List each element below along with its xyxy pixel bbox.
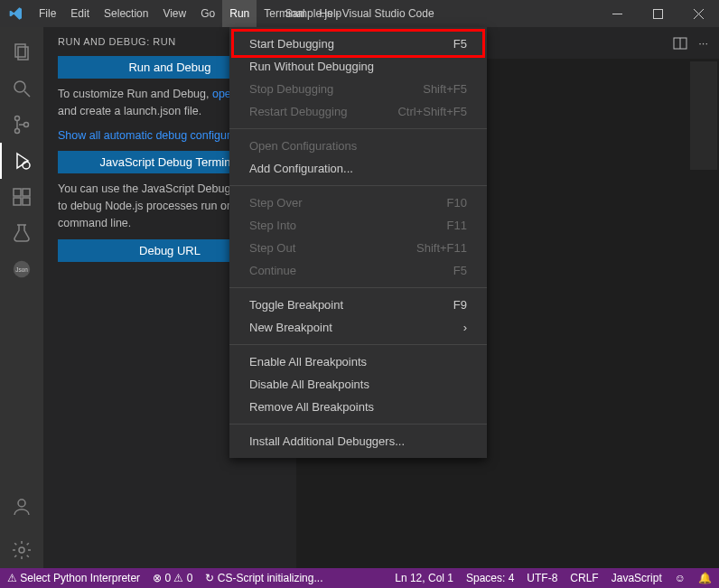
language-mode[interactable]: JavaScript	[612, 572, 662, 584]
menu-item-toggle-breakpoint[interactable]: Toggle BreakpointF9	[229, 294, 487, 316]
menu-item-restart-debugging: Restart DebuggingCtrl+Shift+F5	[229, 100, 487, 123]
run-menu-dropdown: Start DebuggingF5Run Without DebuggingSt…	[229, 27, 487, 458]
menu-item-step-over: Step OverF10	[229, 191, 487, 214]
menu-item-run-without-debugging[interactable]: Run Without Debugging	[229, 55, 487, 78]
svg-text:Json: Json	[15, 266, 28, 273]
window-controls	[597, 0, 719, 27]
split-editor-icon[interactable]	[673, 36, 687, 51]
svg-rect-13	[23, 189, 30, 196]
svg-rect-12	[23, 198, 30, 205]
menu-item-disable-all-breakpoints[interactable]: Disable All Breakpoints	[229, 373, 487, 396]
menu-item-start-debugging[interactable]: Start DebuggingF5	[229, 33, 487, 55]
menu-separator	[229, 424, 487, 425]
menu-selection[interactable]: Selection	[97, 0, 155, 27]
menu-separator	[229, 128, 487, 129]
extensions-icon[interactable]	[0, 179, 43, 215]
menu-bar: FileEditSelectionViewGoRunTerminalHelp	[32, 0, 349, 27]
svg-rect-1	[654, 9, 663, 18]
status-bar: ⚠ Select Python Interpreter ⊗ 0 ⚠ 0 ↻ CS…	[0, 568, 719, 588]
svg-point-6	[15, 117, 20, 121]
menu-separator	[229, 344, 487, 345]
testing-icon[interactable]	[0, 215, 43, 251]
svg-point-4	[14, 81, 25, 92]
svg-rect-11	[14, 198, 21, 205]
menu-item-step-into: Step IntoF11	[229, 214, 487, 237]
vscode-logo-icon	[0, 6, 32, 21]
minimize-button[interactable]	[597, 0, 638, 27]
more-actions-icon[interactable]: ···	[698, 36, 708, 50]
minimap[interactable]	[690, 61, 717, 170]
close-button[interactable]	[678, 0, 719, 27]
explorer-icon[interactable]	[0, 34, 43, 70]
menu-item-continue: ContinueF5	[229, 259, 487, 282]
svg-point-17	[19, 547, 24, 553]
maximize-button[interactable]	[638, 0, 678, 27]
menu-view[interactable]: View	[155, 0, 193, 27]
menu-help[interactable]: Help	[313, 0, 350, 27]
menu-item-remove-all-breakpoints[interactable]: Remove All Breakpoints	[229, 396, 487, 418]
svg-point-8	[24, 123, 29, 127]
svg-rect-3	[18, 47, 28, 60]
menu-separator	[229, 185, 487, 186]
svg-rect-0	[612, 14, 622, 14]
python-interpreter-warning[interactable]: ⚠ Select Python Interpreter	[7, 572, 140, 584]
cursor-position[interactable]: Ln 12, Col 1	[395, 572, 453, 584]
menu-item-add-configuration-[interactable]: Add Configuration...	[229, 157, 487, 180]
accounts-icon[interactable]	[0, 489, 43, 525]
menu-run[interactable]: Run	[222, 0, 257, 27]
menu-terminal[interactable]: Terminal	[257, 0, 312, 27]
menu-file[interactable]: File	[32, 0, 63, 27]
eol[interactable]: CRLF	[570, 572, 598, 584]
menu-separator	[229, 287, 487, 288]
title-bar: FileEditSelectionViewGoRunTerminalHelp S…	[0, 0, 719, 27]
menu-item-open-configurations: Open Configurations	[229, 135, 487, 157]
feedback-icon[interactable]: ☺	[675, 572, 686, 584]
svg-rect-10	[14, 189, 21, 196]
svg-rect-2	[15, 44, 25, 57]
activity-bar: Json	[0, 27, 43, 568]
svg-point-16	[18, 499, 25, 507]
settings-gear-icon[interactable]	[0, 532, 43, 568]
search-icon[interactable]	[0, 70, 43, 107]
menu-item-enable-all-breakpoints[interactable]: Enable All Breakpoints	[229, 350, 487, 373]
notifications-icon[interactable]: 🔔	[698, 572, 712, 584]
menu-edit[interactable]: Edit	[63, 0, 97, 27]
menu-item-new-breakpoint[interactable]: New Breakpoint›	[229, 316, 487, 339]
menu-item-install-additional-debuggers-[interactable]: Install Additional Debuggers...	[229, 430, 487, 453]
problems-count[interactable]: ⊗ 0 ⚠ 0	[153, 572, 192, 584]
svg-point-7	[15, 129, 20, 134]
menu-item-stop-debugging: Stop DebuggingShift+F5	[229, 78, 487, 100]
svg-line-5	[24, 91, 30, 97]
json-icon[interactable]: Json	[0, 251, 43, 287]
menu-go[interactable]: Go	[193, 0, 222, 27]
cs-script-status[interactable]: ↻ CS-Script initializing...	[205, 572, 322, 584]
indentation[interactable]: Spaces: 4	[466, 572, 514, 584]
menu-item-step-out: Step OutShift+F11	[229, 237, 487, 259]
source-control-icon[interactable]	[0, 107, 43, 143]
run-debug-icon[interactable]	[0, 143, 43, 179]
encoding[interactable]: UTF-8	[527, 572, 557, 584]
